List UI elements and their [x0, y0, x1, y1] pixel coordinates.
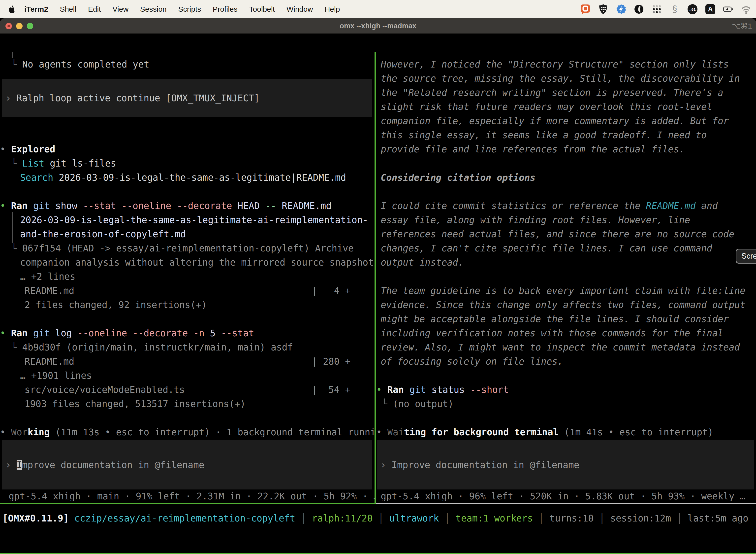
terminal: › Ralph loop active continue [OMX_TMUX_I… — [0, 52, 756, 554]
pane-border — [376, 503, 756, 504]
tmux-pane-right: › Improve documentation in @filename gpt… — [376, 52, 756, 504]
terminal-line: changes, I can't cite specific file line… — [381, 242, 712, 255]
menu-item-toolbelt[interactable]: Toolbelt — [249, 5, 275, 13]
terminal-line: └ 4b9d30f (origin/main, instructkr/main,… — [11, 341, 293, 354]
verified-badge-icon[interactable] — [616, 4, 627, 15]
tmux-status-bar: [omx-cczip0:bash* "MacBook-Pro-44.local"… — [0, 553, 756, 554]
terminal-line: … +2 lines — [20, 271, 75, 283]
iterm-window: omx --xhigh --madmax ⌥⌘1 › Ralph loop ac… — [0, 18, 756, 554]
terminal-line: review. Also, I might want to inspect th… — [381, 341, 740, 354]
terminal-line: Search 2026-03-09-is-legal-the-same-as-l… — [20, 171, 346, 184]
chat-bubble-icon[interactable] — [580, 4, 591, 15]
dots-grid-icon[interactable] — [651, 4, 662, 15]
menu-item-shell[interactable]: Shell — [60, 5, 76, 13]
terminal-line: of focusing solely on file lines. — [381, 355, 563, 368]
terminal-line: • Explored — [0, 143, 55, 156]
terminal-line: slight risk that future readers may over… — [381, 101, 712, 113]
terminal-line: companion file, especially if more comme… — [381, 115, 729, 127]
prompt-text: mprove documentation in @filename — [22, 460, 204, 470]
terminal-line: 2026-03-09-is-legal-the-same-as-legitima… — [20, 214, 368, 226]
terminal-line: • Ran git status --short — [376, 384, 509, 396]
terminal-line: Considering citation options — [381, 171, 536, 184]
omx-bar-segment: team:1 workers — [456, 513, 533, 524]
battery-icon[interactable] — [723, 4, 734, 15]
menu-item-help[interactable]: Help — [325, 5, 340, 13]
terminal-line: • Working (11m 13s • esc to interrupt) ·… — [0, 426, 375, 439]
omx-status-bar: [OMX#0.11.9] cczip/essay/ai-reimplementa… — [2, 513, 748, 524]
prompt-input-left[interactable]: › Improve documentation in @filename — [2, 440, 372, 490]
omx-bar-segment: ralph:11/20 — [312, 513, 373, 524]
terminal-line: └ 067f154 (HEAD -> essay/ai-reimplementa… — [11, 242, 354, 255]
menu-item-profiles[interactable]: Profiles — [212, 5, 237, 13]
omx-bar-segment: │ — [439, 513, 456, 524]
omx-bar-segment: last:5m ago — [688, 513, 748, 524]
terminal-line: this single essay, it seems like a good … — [381, 129, 707, 142]
terminal-line: provide file and line references from th… — [381, 143, 685, 156]
terminal-line: However, I noticed the "Directory Struct… — [381, 58, 729, 71]
letter-a-icon[interactable]: A — [705, 4, 716, 15]
menu-item-scripts[interactable]: Scripts — [178, 5, 201, 13]
terminal-line: companion analysis without altering the … — [20, 257, 374, 269]
tree-connector — [12, 212, 13, 243]
text-cursor: I — [17, 460, 22, 470]
terminal-line: … +1901 lines — [20, 370, 92, 382]
window-title: omx --xhigh --madmax — [0, 18, 756, 34]
omx-bar-segment: │ — [594, 513, 611, 524]
terminal-line: └ List git ls-files — [11, 157, 116, 170]
dark-circle-icon[interactable] — [633, 4, 644, 15]
omx-bar-segment: ultrawork — [389, 513, 439, 524]
prompt-text: Improve documentation in @filename — [392, 460, 579, 470]
omx-bar-segment: session:12m — [610, 513, 671, 524]
title-bar[interactable]: omx --xhigh --madmax ⌥⌘1 — [0, 18, 756, 34]
terminal-line: I could cite commit statistics or refere… — [381, 200, 718, 212]
timer-badge-icon[interactable]: ..61 — [687, 4, 698, 15]
terminal-line: • Ran git show --stat --oneline --decora… — [0, 200, 332, 212]
menu-item-session[interactable]: Session — [140, 5, 167, 13]
apple-icon[interactable] — [8, 5, 16, 14]
omx-bar-segment: [OMX#0.11.9] — [2, 513, 69, 524]
tree-connector — [12, 52, 13, 58]
omx-bar-segment: cczip/essay/ai-reimplementation-copyleft — [69, 513, 295, 524]
terminal-line: README.md | 280 + — [24, 355, 351, 368]
omx-bar-segment: │ — [373, 513, 389, 524]
screen: iTerm2ShellEditViewSessionScriptsProfile… — [0, 0, 756, 554]
menu-bar: iTerm2ShellEditViewSessionScriptsProfile… — [0, 0, 756, 18]
terminal-line: 2 files changed, 92 insertions(+) — [24, 299, 207, 311]
terminal-line: The team guideline is to back every impo… — [381, 285, 745, 297]
menu-item-edit[interactable]: Edit — [88, 5, 101, 13]
pane-divider[interactable] — [375, 52, 376, 504]
ralph-loop-banner: › Ralph loop active continue [OMX_TMUX_I… — [2, 79, 372, 117]
terminal-line: README.md | 4 + — [24, 285, 351, 297]
terminal-line: • Ran git log --oneline --decorate -n 5 … — [0, 327, 254, 340]
terminal-line: evidence. Since this change only affects… — [381, 299, 745, 311]
terminal-line: output instead. — [381, 257, 463, 269]
window-shortcut-badge: ⌥⌘1 — [732, 18, 752, 34]
terminal-line: including verification notes with those … — [381, 327, 723, 340]
session-status-left: gpt-5.4 xhigh · main · 91% left · 2.31M … — [9, 491, 375, 502]
menu-item-iterm2[interactable]: iTerm2 — [24, 5, 48, 13]
prompt-arrow: › — [2, 460, 17, 470]
menu-item-window[interactable]: Window — [287, 5, 313, 13]
terminal-line: essay file, along with finding root file… — [381, 214, 690, 226]
terminal-line: might be acceptable alongside the file l… — [381, 313, 729, 325]
terminal-line: the "Related research writing" section i… — [381, 87, 723, 99]
terminal-line: the source tree, missing the essay. Stil… — [381, 72, 740, 85]
pane-border — [0, 503, 375, 504]
omx-bar-segment: │ — [296, 513, 312, 524]
menu-items: iTerm2ShellEditViewSessionScriptsProfile… — [16, 5, 340, 13]
session-status-right: gpt-5.4 xhigh · 96% left · 520K in · 5.8… — [381, 491, 745, 502]
shield-grid-icon[interactable] — [598, 4, 609, 15]
terminal-line: and-the-erosion-of-copyleft.md — [20, 228, 186, 240]
wifi-icon[interactable] — [741, 4, 752, 15]
terminal-line: └ No agents completed yet — [11, 58, 149, 71]
prompt-input-right[interactable]: › Improve documentation in @filename — [377, 440, 754, 490]
tmux-pane-left: › Ralph loop active continue [OMX_TMUX_I… — [0, 52, 375, 504]
squiggle-icon[interactable]: § — [669, 4, 680, 15]
omx-bar-segment: │ — [533, 513, 550, 524]
omx-bar-segment: │ — [671, 513, 688, 524]
terminal-line: references need actual files, and since … — [381, 228, 735, 240]
omx-bar-segment: turns:10 — [549, 513, 593, 524]
menu-item-view[interactable]: View — [113, 5, 128, 13]
banner-text: Ralph loop active continue [OMX_TMUX_INJ… — [11, 93, 259, 104]
prompt-arrow: › — [377, 460, 392, 470]
